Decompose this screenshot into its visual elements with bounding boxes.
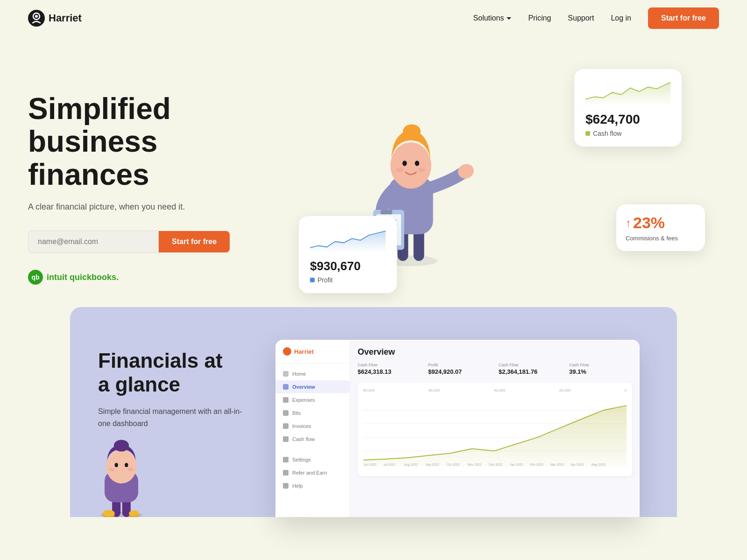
mockup-metric-profit: Profit $924,920.07 <box>428 363 491 375</box>
mockup-logo-icon <box>283 347 291 356</box>
svg-point-28 <box>109 468 115 471</box>
cashflow-dot <box>585 131 590 136</box>
bits-icon <box>283 410 289 416</box>
expenses-icon <box>283 397 289 403</box>
cashflow-card: $624,700 Cash flow <box>574 69 682 147</box>
commissions-label: Commisions & fees <box>626 235 696 242</box>
help-icon <box>283 483 289 489</box>
overview-icon <box>283 384 289 390</box>
mockup-nav-overview[interactable]: Overview <box>275 380 350 393</box>
svg-point-27 <box>125 463 128 467</box>
dashboard-description: Simple financial management with an all-… <box>98 406 247 429</box>
hero-title: Simplified business finances <box>28 92 261 191</box>
quickbooks-text: intuit quickbooks. <box>47 273 119 282</box>
mockup-chart-svg: Jun 2022 Jul 2022 Aug 2022 Sep 2022 Oct … <box>363 394 627 469</box>
svg-text:Nov 2022: Nov 2022 <box>468 463 481 466</box>
mockup-metric-cashflow: Cash Flow $624,318.13 <box>358 363 421 375</box>
dashboard-preview: Harriet Home Overview Expenses Bits <box>275 340 649 517</box>
mockup-nav-refer[interactable]: Refer and Earn <box>275 466 350 479</box>
email-field[interactable] <box>28 231 159 253</box>
nav-support[interactable]: Support <box>568 14 594 22</box>
mockup-chart-labels: 80,000 60,000 40,000 20,000 0 <box>363 388 627 392</box>
svg-text:Feb 2023: Feb 2023 <box>530 463 543 466</box>
profit-dot <box>310 278 315 282</box>
svg-point-26 <box>115 463 118 467</box>
svg-point-29 <box>128 468 134 471</box>
cashflow-sparkline <box>585 78 670 106</box>
svg-text:Mar 2023: Mar 2023 <box>550 463 564 466</box>
dashboard-content: Financials at a glance Simple financial … <box>98 340 247 429</box>
dashboard-mockup: Harriet Home Overview Expenses Bits <box>275 340 640 517</box>
mockup-nav-invoices[interactable]: Invoices <box>275 420 350 433</box>
mockup-header: Overview <box>358 347 632 357</box>
chevron-down-icon <box>507 17 511 20</box>
svg-rect-16 <box>381 210 392 215</box>
mockup-nav-settings[interactable]: Settings <box>275 453 350 466</box>
nav-links: Solutions Pricing Support Log in Start f… <box>473 7 719 29</box>
quickbooks-logo: qb intuit quickbooks. <box>28 270 261 285</box>
mockup-nav-expenses[interactable]: Expenses <box>275 393 350 406</box>
mockup-nav-cashflow[interactable]: Cash flow <box>275 433 350 446</box>
hero-section: Simplified business finances A clear fin… <box>0 36 747 307</box>
logo-text: Harriet <box>49 12 82 24</box>
svg-point-0 <box>28 10 45 27</box>
svg-text:Jun 2022: Jun 2022 <box>363 463 376 466</box>
nav-solutions[interactable]: Solutions <box>473 14 512 22</box>
nav-pricing[interactable]: Pricing <box>528 14 551 22</box>
mockup-nav-bits[interactable]: Bits <box>275 406 350 420</box>
profit-card: $930,670 Profit <box>299 216 397 293</box>
svg-text:Jul 2022: Jul 2022 <box>383 463 395 466</box>
nav-login[interactable]: Log in <box>611 14 631 22</box>
hero-content: Simplified business finances A clear fin… <box>28 64 261 285</box>
cashflow-label: Cash flow <box>585 130 670 137</box>
mockup-sidebar: Harriet Home Overview Expenses Bits <box>275 340 350 517</box>
mockup-metric-cashflow2: Cash Flow $2,364,181.76 <box>499 363 562 375</box>
svg-point-10 <box>415 161 420 166</box>
svg-text:Dec 2022: Dec 2022 <box>489 463 502 466</box>
mockup-nav-home[interactable]: Home <box>275 367 350 380</box>
hero-subtitle: A clear financial picture, when you need… <box>28 202 261 212</box>
svg-point-25 <box>114 440 129 451</box>
mockup-logo: Harriet <box>275 347 350 364</box>
refer-icon <box>283 470 289 476</box>
mockup-main: Overview Cash Flow $624,318.13 Profit $9… <box>350 340 640 517</box>
home-icon <box>283 371 289 377</box>
svg-text:Oct 2022: Oct 2022 <box>447 463 460 466</box>
hero-cta: Start for free <box>28 231 261 253</box>
invoices-icon <box>283 423 289 429</box>
svg-point-8 <box>403 124 421 138</box>
svg-text:Aug 2022: Aug 2022 <box>404 463 418 467</box>
cashflow-chart <box>585 78 670 106</box>
svg-text:Jan 2023: Jan 2023 <box>510 463 523 466</box>
svg-point-24 <box>106 450 137 483</box>
navbar: Harriet Solutions Pricing Support Log in… <box>0 0 747 36</box>
mockup-metric-cashflow3: Cash Flow 39.1% <box>569 363 632 375</box>
nav-cta-button[interactable]: Start for free <box>648 7 719 29</box>
hero-illustration: $624,700 Cash flow <box>289 64 719 307</box>
profit-chart <box>310 225 386 253</box>
settings-icon <box>283 457 289 462</box>
profit-label: Profit <box>310 276 386 284</box>
profit-sparkline <box>310 225 386 253</box>
arrow-up-icon: ↑ <box>626 217 631 230</box>
cashflow-amount: $624,700 <box>585 112 670 127</box>
svg-point-31 <box>103 510 114 517</box>
svg-text:Sep 2022: Sep 2022 <box>425 463 439 467</box>
svg-point-7 <box>390 142 431 189</box>
hero-start-button[interactable]: Start for free <box>159 231 230 252</box>
svg-point-33 <box>129 511 139 517</box>
logo-icon <box>28 10 45 27</box>
logo[interactable]: Harriet <box>28 10 82 27</box>
svg-text:May 2023: May 2023 <box>592 463 606 467</box>
dashboard-title: Financials at a glance <box>98 349 247 396</box>
svg-point-9 <box>402 161 407 166</box>
section2-character <box>84 433 159 517</box>
mockup-chart: 80,000 60,000 40,000 20,000 0 <box>358 383 632 476</box>
mockup-nav-help[interactable]: Help <box>275 479 350 492</box>
mockup-metrics: Cash Flow $624,318.13 Profit $924,920.07… <box>358 363 632 375</box>
svg-text:Apr 2023: Apr 2023 <box>571 463 584 467</box>
dashboard-section: Financials at a glance Simple financial … <box>70 307 677 517</box>
commissions-percentage: ↑ 23% <box>626 214 696 232</box>
cashflow-icon <box>283 436 289 442</box>
profit-amount: $930,670 <box>310 259 386 273</box>
